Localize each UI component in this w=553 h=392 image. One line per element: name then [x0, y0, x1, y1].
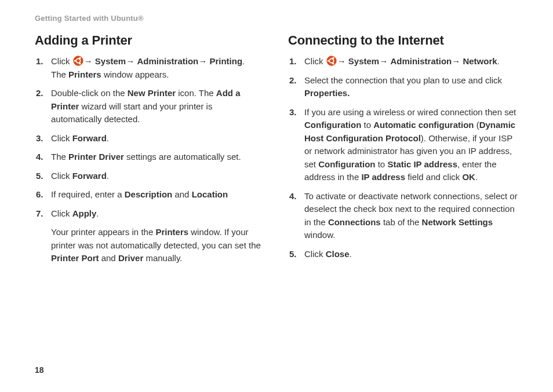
svg-point-2 — [74, 60, 75, 61]
columns: Adding a Printer Click → System→ Adminis… — [35, 33, 518, 271]
svg-point-8 — [332, 57, 334, 59]
text: window appears. — [101, 69, 169, 79]
left-footnote: Your printer appears in the Printers win… — [51, 226, 265, 265]
step-extra: The Printers window appears. — [51, 69, 169, 79]
page-header: Getting Started with Ubuntu® — [35, 14, 518, 23]
text-bold: Printers — [68, 69, 101, 79]
heading-adding-printer: Adding a Printer — [35, 33, 265, 48]
page-number: 18 — [35, 365, 44, 375]
right-list: Click → System→ Administration→ Network.… — [288, 55, 518, 261]
left-step-3: Click Forward. — [49, 132, 265, 145]
nav-printing: Printing — [209, 56, 242, 66]
left-step-1: Click → System→ Administration→ Printing… — [49, 55, 265, 81]
page: Getting Started with Ubuntu® Adding a Pr… — [0, 0, 553, 392]
arrow-icon: → — [84, 56, 95, 66]
left-step-5: Click Forward. — [49, 170, 265, 183]
arrow-icon: → — [198, 56, 209, 66]
ubuntu-logo-icon — [73, 56, 83, 66]
right-column: Connecting to the Internet Click → Syste… — [288, 33, 518, 271]
step-text: Click — [51, 56, 72, 66]
arrow-icon: → — [126, 56, 137, 66]
left-list: Click → System→ Administration→ Printing… — [35, 55, 265, 220]
right-step-3: If you are using a wireless or wired con… — [302, 106, 518, 184]
left-step-2: Double-click on the New Printer icon. Th… — [49, 87, 265, 126]
arrow-icon: → — [379, 56, 390, 66]
right-step-4: To activate or deactivate network connec… — [302, 190, 518, 242]
nav-system: System — [95, 56, 126, 66]
svg-point-4 — [79, 63, 81, 64]
left-column: Adding a Printer Click → System→ Adminis… — [35, 33, 265, 271]
left-step-7: Click Apply. — [49, 207, 265, 221]
nav-admin: Administration — [137, 56, 198, 66]
nav-path: → System→ Administration→ Network — [337, 56, 497, 66]
ubuntu-logo-icon — [326, 56, 337, 66]
nav-path: → System→ Administration→ Printing — [84, 56, 242, 66]
svg-point-9 — [332, 63, 334, 64]
right-step-1: Click → System→ Administration→ Network. — [302, 55, 518, 68]
left-step-4: The Printer Driver settings are automati… — [49, 151, 265, 164]
nav-network: Network — [463, 56, 497, 66]
left-step-6: If required, enter a Description and Loc… — [49, 188, 265, 202]
nav-system: System — [348, 56, 379, 66]
heading-connecting-internet: Connecting to the Internet — [288, 33, 518, 48]
right-step-2: Select the connection that you plan to u… — [302, 74, 518, 100]
arrow-icon: → — [452, 56, 463, 66]
step-text: Click — [304, 56, 326, 66]
svg-point-3 — [79, 57, 81, 59]
arrow-icon: → — [337, 56, 348, 66]
period: . — [497, 56, 500, 66]
text: The — [51, 69, 68, 79]
right-step-5: Click Close. — [302, 248, 518, 261]
nav-admin: Administration — [390, 56, 452, 66]
svg-point-7 — [327, 60, 329, 61]
period: . — [242, 56, 245, 66]
